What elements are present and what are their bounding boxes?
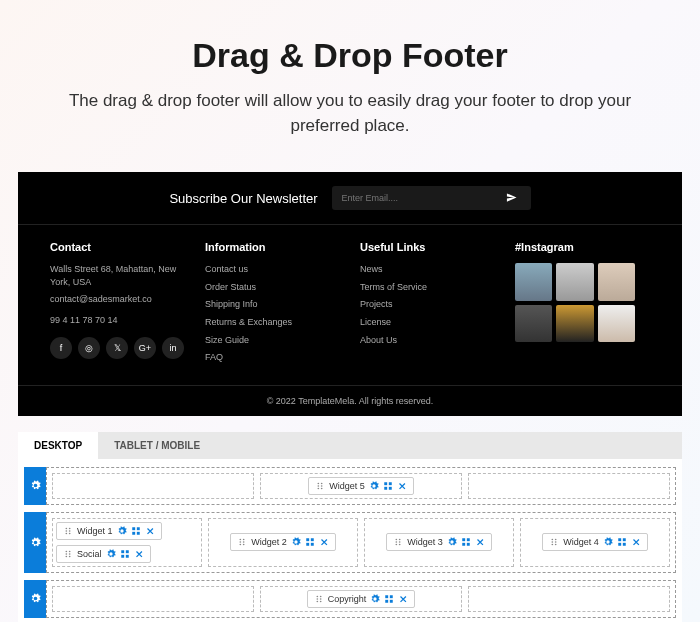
close-icon[interactable]: [134, 549, 144, 559]
builder-cell[interactable]: Widget 5: [260, 473, 462, 499]
widget-block[interactable]: Widget 2: [230, 533, 336, 551]
drag-icon[interactable]: [549, 537, 559, 547]
gear-icon[interactable]: [447, 537, 457, 547]
facebook-icon[interactable]: f: [50, 337, 72, 359]
google-plus-icon[interactable]: G+: [134, 337, 156, 359]
instagram-thumb[interactable]: [556, 263, 593, 300]
drag-icon[interactable]: [314, 594, 324, 604]
gear-icon[interactable]: [291, 537, 301, 547]
tab-desktop[interactable]: DESKTOP: [18, 432, 98, 459]
useful-heading: Useful Links: [360, 241, 495, 253]
gear-icon[interactable]: [117, 526, 127, 536]
builder-cell[interactable]: Widget 4: [520, 518, 670, 567]
row-settings-handle[interactable]: [24, 580, 46, 618]
newsletter-title: Subscribe Our Newsletter: [169, 191, 317, 206]
grid-icon[interactable]: [383, 481, 393, 491]
widget-label: Copyright: [328, 594, 367, 604]
instagram-thumb[interactable]: [515, 263, 552, 300]
device-tabs: DESKTOP TABLET / MOBILE: [18, 432, 682, 459]
drag-icon[interactable]: [63, 526, 73, 536]
drag-icon[interactable]: [315, 481, 325, 491]
grid-icon[interactable]: [305, 537, 315, 547]
builder-cell[interactable]: Widget 2: [208, 518, 358, 567]
builder-cell[interactable]: Widget 3: [364, 518, 514, 567]
widget-block[interactable]: Widget 3: [386, 533, 492, 551]
newsletter-bar: Subscribe Our Newsletter: [18, 172, 682, 225]
drag-icon[interactable]: [63, 549, 73, 559]
useful-link[interactable]: About Us: [360, 334, 495, 347]
builder-cell[interactable]: Widget 1 Social: [52, 518, 202, 567]
svg-point-64: [316, 601, 318, 603]
widget-block[interactable]: Widget 1: [56, 522, 162, 540]
grid-icon[interactable]: [617, 537, 627, 547]
row-settings-handle[interactable]: [24, 512, 46, 573]
info-link[interactable]: Size Guide: [205, 334, 340, 347]
useful-link[interactable]: News: [360, 263, 495, 276]
svg-point-23: [69, 553, 71, 555]
grid-icon[interactable]: [120, 549, 130, 559]
widget-block[interactable]: Copyright: [307, 590, 416, 608]
contact-column: Contact Walls Street 68, Mahattan, New Y…: [50, 241, 185, 369]
gear-icon[interactable]: [106, 549, 116, 559]
close-icon[interactable]: [631, 537, 641, 547]
gear-icon[interactable]: [370, 594, 380, 604]
svg-point-30: [240, 539, 242, 541]
svg-rect-49: [467, 543, 470, 546]
drag-icon[interactable]: [393, 537, 403, 547]
instagram-thumb[interactable]: [515, 305, 552, 342]
footer-builder: DESKTOP TABLET / MOBILE Widget 5 Widget …: [18, 432, 682, 622]
svg-rect-67: [390, 595, 393, 598]
info-link[interactable]: Returns & Exchanges: [205, 316, 340, 329]
instagram-thumb[interactable]: [598, 263, 635, 300]
grid-icon[interactable]: [384, 594, 394, 604]
submit-button[interactable]: [492, 186, 531, 210]
svg-point-24: [66, 556, 68, 558]
builder-row: Copyright: [24, 580, 676, 618]
useful-link[interactable]: License: [360, 316, 495, 329]
instagram-heading: #Instagram: [515, 241, 650, 253]
close-icon[interactable]: [145, 526, 155, 536]
widget-block[interactable]: Social: [56, 545, 151, 563]
builder-cell[interactable]: [52, 473, 254, 499]
gear-icon[interactable]: [369, 481, 379, 491]
close-icon[interactable]: [397, 481, 407, 491]
info-link[interactable]: Shipping Info: [205, 298, 340, 311]
instagram-thumb[interactable]: [556, 305, 593, 342]
svg-rect-17: [136, 527, 139, 530]
builder-cell[interactable]: Copyright: [260, 586, 462, 612]
contact-email: contact@sadesmarket.co: [50, 293, 185, 306]
widget-block[interactable]: Widget 4: [542, 533, 648, 551]
hero: Drag & Drop Footer The drag & drop foote…: [0, 0, 700, 162]
email-input[interactable]: [332, 186, 492, 210]
useful-link[interactable]: Projects: [360, 298, 495, 311]
widget-block[interactable]: Widget 5: [308, 477, 414, 495]
linkedin-icon[interactable]: in: [162, 337, 184, 359]
info-link[interactable]: Contact us: [205, 263, 340, 276]
builder-cell[interactable]: [52, 586, 254, 612]
svg-point-52: [552, 542, 554, 544]
info-link[interactable]: FAQ: [205, 351, 340, 364]
close-icon[interactable]: [398, 594, 408, 604]
builder-cell[interactable]: [468, 586, 670, 612]
svg-point-31: [243, 539, 245, 541]
grid-icon[interactable]: [131, 526, 141, 536]
svg-point-40: [396, 539, 398, 541]
gear-icon[interactable]: [603, 537, 613, 547]
twitter-icon[interactable]: 𝕏: [106, 337, 128, 359]
svg-rect-58: [618, 543, 621, 546]
drag-icon[interactable]: [237, 537, 247, 547]
svg-point-63: [320, 598, 322, 600]
svg-point-3: [321, 485, 323, 487]
grid-icon[interactable]: [461, 537, 471, 547]
svg-point-1: [321, 483, 323, 485]
instagram-icon[interactable]: ◎: [78, 337, 100, 359]
instagram-thumb[interactable]: [598, 305, 635, 342]
tab-tablet-mobile[interactable]: TABLET / MOBILE: [98, 432, 216, 459]
useful-link[interactable]: Terms of Service: [360, 281, 495, 294]
svg-point-51: [555, 539, 557, 541]
info-link[interactable]: Order Status: [205, 281, 340, 294]
close-icon[interactable]: [475, 537, 485, 547]
row-settings-handle[interactable]: [24, 467, 46, 505]
builder-cell[interactable]: [468, 473, 670, 499]
close-icon[interactable]: [319, 537, 329, 547]
